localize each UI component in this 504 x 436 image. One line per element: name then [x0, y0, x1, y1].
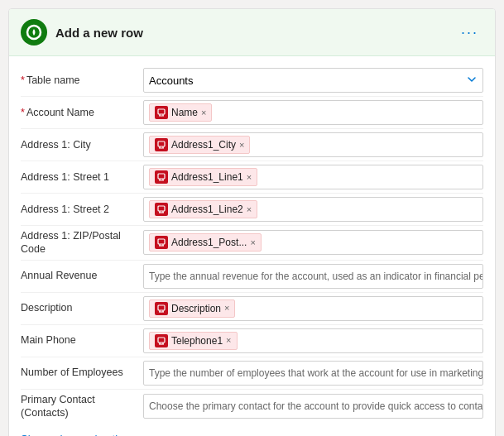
field-value-address-street2[interactable]: Address1_Line2× [143, 197, 483, 222]
tag-text: Address1_Line2 [171, 204, 243, 215]
form-row-num-employees: Number of EmployeesType the number of em… [21, 357, 483, 390]
panel: Add a new row ··· *Table nameAccounts*Ac… [8, 8, 496, 436]
panel-title: Add a new row [55, 26, 143, 40]
field-value-address-street1[interactable]: Address1_Line1× [143, 165, 483, 189]
svg-rect-13 [158, 206, 165, 211]
tag-text: Description [171, 303, 221, 314]
field-label-address-city: Address 1: City [21, 138, 143, 151]
field-label-address-zip: Address 1: ZIP/Postal Code [21, 229, 143, 256]
field-value-main-phone[interactable]: Telephone1× [143, 328, 483, 353]
field-tag-address-street1[interactable]: Address1_Line1× [149, 168, 257, 186]
required-indicator: * [21, 107, 25, 118]
svg-rect-25 [158, 338, 165, 343]
panel-header: Add a new row ··· [9, 9, 495, 56]
svg-rect-9 [158, 174, 165, 179]
tag-text: Address1_Post... [171, 237, 247, 248]
dropdown-selected-value: Accounts [149, 74, 193, 87]
field-tag-account-name[interactable]: Name× [149, 103, 212, 122]
svg-rect-17 [158, 239, 165, 244]
tag-icon [155, 138, 168, 151]
tag-remove-button[interactable]: × [226, 336, 231, 345]
field-tag-main-phone[interactable]: Telephone1× [149, 332, 238, 350]
show-advanced-label: Show advanced options [21, 433, 135, 436]
form-row-address-zip: Address 1: ZIP/Postal CodeAddress1_Post.… [21, 226, 483, 261]
field-placeholder-primary-contact[interactable]: Choose the primary contact for the accou… [143, 394, 483, 419]
svg-rect-5 [158, 141, 165, 146]
field-tag-address-city[interactable]: Address1_City× [149, 136, 250, 154]
tag-remove-button[interactable]: × [201, 108, 206, 117]
field-label-num-employees: Number of Employees [21, 366, 143, 379]
tag-remove-button[interactable]: × [250, 238, 255, 247]
tag-icon [155, 203, 168, 216]
field-value-address-city[interactable]: Address1_City× [143, 132, 483, 157]
field-tag-address-zip[interactable]: Address1_Post...× [149, 233, 262, 252]
field-placeholder-annual-revenue[interactable]: Type the annual revenue for the account,… [143, 264, 483, 289]
field-label-primary-contact: Primary Contact (Contacts) [21, 393, 143, 420]
tag-text: Telephone1 [171, 335, 223, 347]
field-tag-address-street2[interactable]: Address1_Line2× [149, 200, 257, 218]
form-row-table-name: *Table nameAccounts [21, 65, 483, 97]
form-row-main-phone: Main PhoneTelephone1× [21, 325, 483, 357]
tag-text: Name [171, 107, 198, 118]
form-row-primary-contact: Primary Contact (Contacts)Choose the pri… [21, 390, 483, 424]
form-row-annual-revenue: Annual RevenueType the annual revenue fo… [21, 261, 483, 293]
svg-rect-21 [158, 305, 165, 310]
form-row-account-name: *Account NameName× [21, 97, 483, 129]
tag-icon [155, 170, 168, 184]
more-options-button[interactable]: ··· [456, 22, 483, 43]
form-row-address-street2: Address 1: Street 2Address1_Line2× [21, 194, 483, 226]
tag-icon [155, 334, 168, 347]
form-row-description: DescriptionDescription× [21, 293, 483, 325]
field-label-account-name: *Account Name [21, 106, 143, 119]
field-tag-description[interactable]: Description× [149, 299, 235, 318]
field-value-description[interactable]: Description× [143, 296, 483, 321]
form-row-address-street1: Address 1: Street 1Address1_Line1× [21, 161, 483, 194]
tag-remove-button[interactable]: × [239, 141, 244, 150]
tag-remove-button[interactable]: × [224, 304, 229, 313]
header-left: Add a new row [21, 19, 143, 46]
tag-icon [155, 302, 168, 315]
tag-text: Address1_City [171, 139, 236, 151]
field-label-annual-revenue: Annual Revenue [21, 269, 143, 282]
field-label-main-phone: Main Phone [21, 333, 143, 347]
field-label-description: Description [21, 301, 143, 314]
svg-rect-1 [158, 109, 165, 114]
tag-remove-button[interactable]: × [247, 173, 252, 182]
field-value-table-name[interactable]: Accounts [143, 68, 483, 93]
field-label-address-street1: Address 1: Street 1 [21, 170, 143, 184]
app-logo [21, 19, 47, 46]
panel-body: *Table nameAccounts*Account NameName×Add… [9, 56, 495, 436]
tag-icon [155, 106, 168, 119]
tag-text: Address1_Line1 [171, 171, 243, 183]
field-value-account-name[interactable]: Name× [143, 100, 483, 125]
field-placeholder-num-employees[interactable]: Type the number of employees that work a… [143, 361, 483, 386]
tag-remove-button[interactable]: × [247, 205, 252, 214]
tag-icon [155, 236, 168, 249]
field-label-address-street2: Address 1: Street 2 [21, 203, 143, 216]
chevron-down-icon [466, 74, 478, 88]
required-indicator: * [21, 74, 25, 86]
show-advanced-button[interactable]: Show advanced options [21, 429, 483, 436]
field-label-table-name: *Table name [21, 74, 143, 87]
field-value-address-zip[interactable]: Address1_Post...× [143, 230, 483, 255]
form-row-address-city: Address 1: CityAddress1_City× [21, 129, 483, 161]
